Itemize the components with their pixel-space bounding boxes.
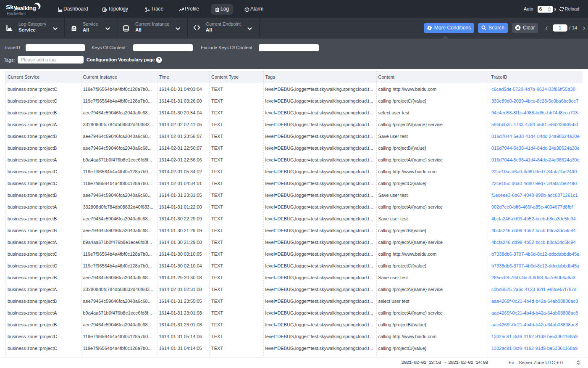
svg-text:?: ? <box>158 57 160 62</box>
